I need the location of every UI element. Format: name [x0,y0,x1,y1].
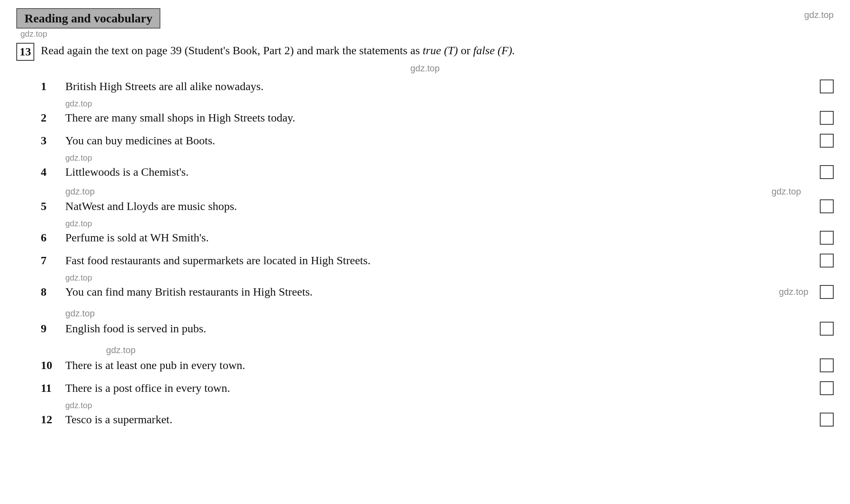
checkbox-12[interactable] [820,413,834,427]
list-item: 7 Fast food restaurants and supermarkets… [41,252,834,269]
statement-number-8: 8 [41,285,65,298]
watermark-s11: gdz.top [65,401,834,410]
statement-text-8: You can find many British restaurants in… [65,283,779,301]
checkbox-9[interactable] [820,322,834,336]
watermark-top-right: gdz.top [804,10,834,20]
list-item: 10 There is at least one pub in every to… [41,357,834,374]
checkbox-6[interactable] [820,231,834,245]
watermark-center-1: gdz.top [410,63,439,74]
watermark-s9: gdz.top [106,345,135,355]
statement-text-5: NatWest and Lloyds are music shops. [65,198,812,215]
statement-number-4: 4 [41,166,65,179]
section-title: Reading and vocabulary [16,8,160,29]
checkbox-1[interactable] [820,80,834,93]
task-instructions: Read again the text on page 39 (Student'… [41,42,834,59]
checkbox-7[interactable] [820,254,834,267]
statement-text-1: British High Streets are all alike nowad… [65,78,812,95]
checkbox-10[interactable] [820,358,834,372]
statement-number-7: 7 [41,254,65,267]
checkbox-2[interactable] [820,111,834,125]
watermark-top-left: gdz.top [20,29,160,39]
statement-number-11: 11 [41,382,65,395]
list-item: 3 You can buy medicines at Boots. [41,132,834,149]
checkbox-3[interactable] [820,134,834,148]
watermark-s3: gdz.top [65,153,834,163]
statement-number-10: 10 [41,359,65,372]
statement-text-9: English food is served in pubs. [65,320,812,337]
statement-number-12: 12 [41,413,65,426]
statement-text-11: There is a post office in every town. [65,380,812,397]
statement-number-6: 6 [41,231,65,244]
watermark-s5-center: gdz.top [65,186,95,197]
checkbox-8[interactable] [820,285,834,299]
list-item: 2 There are many small shops in High Str… [41,109,834,126]
watermark-s7: gdz.top [65,273,834,283]
statement-number-9: 9 [41,322,65,335]
watermark-s5b: gdz.top [65,219,834,228]
list-item: 5 NatWest and Lloyds are music shops. [41,198,834,215]
statement-number-3: 3 [41,134,65,147]
statements-list: 1 British High Streets are all alike now… [41,78,834,428]
watermark-s5-right: gdz.top [772,186,801,197]
statement-text-2: There are many small shops in High Stree… [65,109,812,126]
statement-number-1: 1 [41,80,65,93]
watermark-s1: gdz.top [65,99,834,108]
statement-number-5: 5 [41,200,65,213]
statement-text-3: You can buy medicines at Boots. [65,132,812,149]
checkbox-11[interactable] [820,381,834,395]
checkbox-4[interactable] [820,165,834,179]
checkbox-5[interactable] [820,199,834,213]
statement-text-7: Fast food restaurants and supermarkets a… [65,252,812,269]
watermark-s8b: gdz.top [65,308,95,318]
statement-text-12: Tesco is a supermarket. [65,411,812,428]
list-item: 4 Littlewoods is a Chemist's. [41,164,834,181]
statement-text-6: Perfume is sold at WH Smith's. [65,229,812,246]
statement-text-10: There is at least one pub in every town. [65,357,812,374]
statement-number-2: 2 [41,111,65,124]
list-item: 8 You can find many British restaurants … [41,283,834,301]
statement-text-4: Littlewoods is a Chemist's. [65,164,812,181]
watermark-s8-right: gdz.top [779,287,808,297]
task-number: 13 [16,43,34,61]
list-item: 11 There is a post office in every town. [41,380,834,397]
list-item: 9 English food is served in pubs. [41,320,834,337]
list-item: 1 British High Streets are all alike now… [41,78,834,95]
list-item: 6 Perfume is sold at WH Smith's. [41,229,834,246]
list-item: 12 Tesco is a supermarket. [41,411,834,428]
